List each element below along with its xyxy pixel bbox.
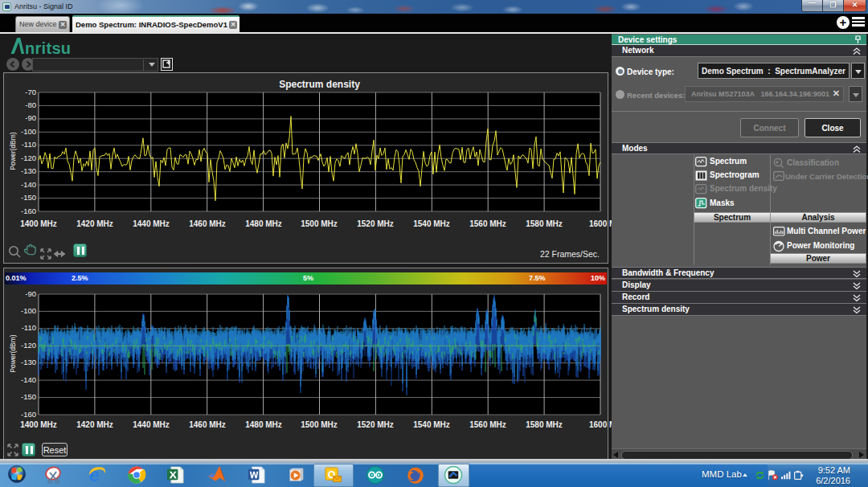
svg-text:nritsu: nritsu: [25, 39, 71, 55]
